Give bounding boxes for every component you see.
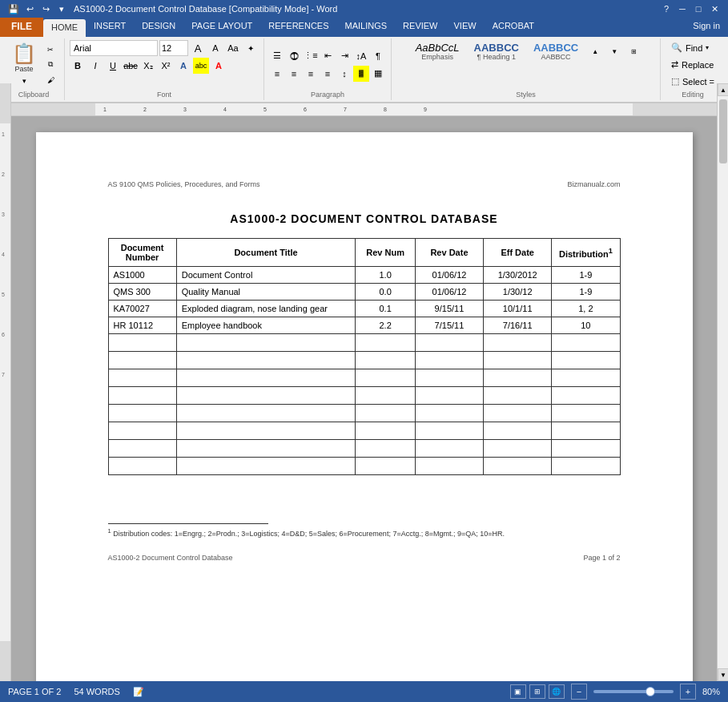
multilevel-button[interactable]: ⋮≡ [303,48,319,64]
show-formatting-button[interactable]: ¶ [370,48,386,64]
cut-button[interactable]: ✂ [42,42,59,57]
cell-empty [415,405,483,422]
save-button[interactable]: 💾 [6,2,21,16]
underline-button[interactable]: U [105,58,121,74]
scrollbar-vertical[interactable]: ▲ ▼ [717,83,728,681]
tab-references[interactable]: REFERENCES [260,18,336,37]
help-button[interactable]: ? [659,2,674,15]
text-highlight-button[interactable]: abc [193,58,209,74]
tab-acrobat[interactable]: ACROBAT [485,18,542,37]
format-painter-button[interactable]: 🖌 [42,73,59,87]
paste-button[interactable]: 📋 Paste [8,42,40,74]
col-eff-date: Eff Date [484,239,552,267]
cell-doc-title: Exploded diagram, nose landing gear [176,301,356,317]
redo-button[interactable]: ↪ [38,2,53,16]
font-row-2: B I U abc X₂ X² A abc A [70,58,259,74]
find-dropdown-icon: ▾ [706,44,709,51]
cell-empty [108,387,176,405]
undo-button[interactable]: ↩ [22,2,37,16]
document-area: AS 9100 QMS Policies, Procedures, and Fo… [0,116,728,702]
justify-button[interactable]: ≡ [320,66,336,82]
tab-page-layout[interactable]: PAGE LAYOUT [183,18,260,37]
styles-group: AaBbCcL Emphasis AABBCC ¶ Heading 1 AABB… [392,38,661,100]
scroll-up-button[interactable]: ▲ [718,83,728,96]
line-spacing-button[interactable]: ↕ [336,66,352,82]
style-emphasis-preview: AaBbCcL [416,42,460,53]
italic-button[interactable]: I [87,58,103,74]
document-header: AS 9100 QMS Policies, Procedures, and Fo… [108,180,621,188]
copy-button[interactable]: ⧉ [42,58,59,72]
sign-in-link[interactable]: Sign in [685,18,728,37]
strikethrough-button[interactable]: abc [123,58,139,74]
minimize-button[interactable]: ─ [675,2,690,15]
cell-empty [484,405,552,422]
font-color-button[interactable]: A [211,58,227,74]
ribbon-content: 📋 Paste ▾ ✂ ⧉ 🖌 Clipboard [0,37,728,103]
align-center-button[interactable]: ≡ [286,66,302,82]
styles-scroll-up[interactable]: ▲ [587,44,603,60]
style-emphasis[interactable]: AaBbCcL Emphasis [410,40,465,63]
cell-empty [484,369,552,387]
tab-review[interactable]: REVIEW [395,18,445,37]
clear-format-button[interactable]: ✦ [243,40,259,56]
col-document-title: Document Title [176,239,356,267]
shading-button[interactable]: ▓ [353,66,369,82]
print-layout-button[interactable]: ▣ [510,684,526,699]
window-controls[interactable]: ? ─ □ ✕ [659,2,722,15]
change-case-button[interactable]: Aa [225,40,241,56]
table-row-empty [108,405,620,422]
font-size-selector[interactable] [159,40,188,56]
replace-button[interactable]: ⇄ Replace [666,57,720,72]
align-right-button[interactable]: ≡ [303,66,319,82]
cell-empty [176,369,356,387]
web-layout-button[interactable]: 🌐 [549,684,565,699]
styles-more-button[interactable]: ⊞ [625,44,642,60]
customize-qa-button[interactable]: ▾ [54,2,69,16]
tab-file[interactable]: FILE [0,18,43,37]
styles-controls: AaBbCcL Emphasis AABBCC ¶ Heading 1 AABB… [410,40,642,63]
find-button[interactable]: 🔍 Find ▾ [666,40,720,55]
subscript-button[interactable]: X₂ [140,58,156,74]
tab-home[interactable]: HOME [43,19,86,37]
bullets-button[interactable]: ☰ [269,48,285,64]
style-emphasis-label: Emphasis [421,53,453,61]
font-shrink-button[interactable]: A [207,40,223,56]
sort-button[interactable]: ↕A [353,48,369,64]
cell-empty [484,387,552,405]
tab-view[interactable]: VIEW [446,18,485,37]
font-grow-button[interactable]: A [190,40,206,56]
close-button[interactable]: ✕ [707,2,722,15]
text-effects-button[interactable]: A [175,58,191,74]
superscript-button[interactable]: X² [158,58,174,74]
numbering-button[interactable]: ⓵ [286,48,302,64]
paste-options-button[interactable]: ▾ [15,74,33,88]
zoom-slider[interactable] [593,690,674,693]
scrollbar-thumb[interactable] [719,99,727,163]
increase-indent-button[interactable]: ⇥ [336,48,352,64]
cell-empty [176,352,356,369]
decrease-indent-button[interactable]: ⇤ [320,48,336,64]
cell-empty [484,458,552,475]
table-header-row: DocumentNumber Document Title Rev Num Re… [108,239,620,267]
full-screen-button[interactable]: ⊞ [529,684,545,699]
style-heading1[interactable]: AABBCC ¶ Heading 1 [469,40,525,63]
restore-button[interactable]: □ [691,2,706,15]
cell-empty [356,387,416,405]
tab-design[interactable]: DESIGN [134,18,183,37]
style-heading2-preview: AABBCC [533,42,578,53]
table-header: DocumentNumber Document Title Rev Num Re… [108,239,620,267]
tab-insert[interactable]: INSERT [86,18,134,37]
cell-distribution: 10 [552,317,620,334]
zoom-out-button[interactable]: − [571,684,587,700]
borders-button[interactable]: ▦ [370,66,386,82]
tab-mailings[interactable]: MAILINGS [337,18,396,37]
styles-scroll-down[interactable]: ▼ [606,44,622,60]
zoom-in-button[interactable]: + [680,684,696,700]
font-name-selector[interactable] [70,40,158,56]
align-left-button[interactable]: ≡ [269,66,285,82]
select-button[interactable]: ⬚ Select = [666,74,720,89]
bold-button[interactable]: B [70,58,86,74]
cell-empty [108,458,176,475]
scroll-down-button[interactable]: ▼ [718,668,728,681]
style-heading2[interactable]: AABBCC AABBCC [528,40,584,63]
